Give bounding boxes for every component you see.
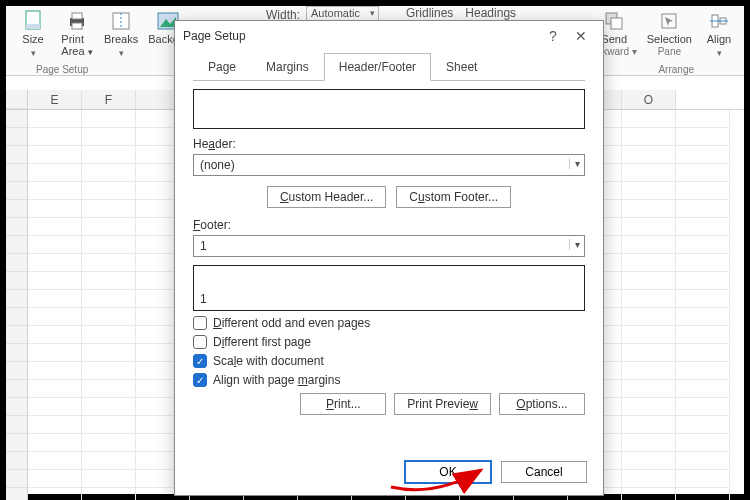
- ribbon-print-area-label: PrintArea ▾: [61, 33, 92, 57]
- ribbon-send-label: Send: [601, 33, 627, 45]
- checkbox-icon: [193, 335, 207, 349]
- breaks-icon: [110, 10, 132, 32]
- ribbon-align-label: Align: [707, 33, 731, 45]
- tab-sheet[interactable]: Sheet: [431, 53, 492, 81]
- header-dropdown[interactable]: (none): [193, 154, 585, 176]
- send-backward-icon: [603, 10, 625, 32]
- chk-label: Different odd and even pages: [213, 316, 370, 330]
- ribbon-align[interactable]: Align: [698, 8, 740, 64]
- headings-label: Headings: [465, 6, 516, 20]
- svg-rect-1: [26, 24, 40, 29]
- svg-rect-10: [611, 18, 622, 29]
- chevron-down-icon: [717, 46, 722, 58]
- chk-diff-first[interactable]: Different first page: [193, 335, 585, 349]
- header-preview: [193, 89, 585, 129]
- align-icon: [708, 10, 730, 32]
- footer-preview: 1: [193, 265, 585, 311]
- dialog-title: Page Setup: [183, 29, 539, 43]
- footer-label: Footer:: [193, 218, 585, 232]
- tab-header-footer[interactable]: Header/Footer: [324, 53, 431, 81]
- gridlines-label: Gridlines: [406, 6, 453, 20]
- checkbox-icon: ✓: [193, 373, 207, 387]
- help-button[interactable]: ?: [539, 28, 567, 44]
- footer-preview-text: 1: [200, 292, 207, 306]
- ribbon-group-arrange: Arrange: [658, 64, 694, 75]
- ribbon-size[interactable]: Size: [12, 8, 54, 64]
- ribbon-size-label: Size: [22, 33, 43, 45]
- col-header[interactable]: E: [28, 90, 82, 109]
- custom-footer-button[interactable]: Custom Footer...: [396, 186, 511, 208]
- header-label: Header:: [193, 137, 585, 151]
- page-size-icon: [22, 10, 44, 32]
- checkbox-icon: [193, 316, 207, 330]
- chk-align-margins[interactable]: ✓ Align with page margins: [193, 373, 585, 387]
- checkbox-icon: ✓: [193, 354, 207, 368]
- custom-header-button[interactable]: Custom Header...: [267, 186, 386, 208]
- close-button[interactable]: ✕: [567, 28, 595, 44]
- chk-label: Scale with document: [213, 354, 324, 368]
- ribbon-selection-pane[interactable]: Selection Pane: [643, 8, 696, 64]
- svg-rect-3: [72, 13, 82, 19]
- chevron-down-icon: [31, 46, 36, 58]
- options-button[interactable]: Options...: [499, 393, 585, 415]
- page-setup-dialog: Page Setup ? ✕ Page Margins Header/Foote…: [174, 20, 604, 496]
- ribbon-print-area[interactable]: PrintArea ▾: [56, 8, 98, 64]
- chk-diff-odd-even[interactable]: Different odd and even pages: [193, 316, 585, 330]
- chk-label: Different first page: [213, 335, 311, 349]
- ribbon-breaks-label: Breaks: [104, 33, 138, 45]
- chk-label: Align with page margins: [213, 373, 340, 387]
- ribbon-selection-label: Selection: [647, 33, 692, 45]
- print-button[interactable]: Print...: [300, 393, 386, 415]
- chevron-down-icon: [119, 46, 124, 58]
- ok-button[interactable]: OK: [405, 461, 491, 483]
- col-header[interactable]: F: [82, 90, 136, 109]
- ribbon-selection-sub: Pane: [658, 46, 681, 57]
- tab-page[interactable]: Page: [193, 53, 251, 81]
- print-preview-button[interactable]: Print Preview: [394, 393, 491, 415]
- chk-scale[interactable]: ✓ Scale with document: [193, 354, 585, 368]
- dialog-tabs: Page Margins Header/Footer Sheet: [175, 53, 603, 81]
- ribbon-view-labels: Gridlines Headings: [406, 6, 516, 20]
- ribbon-group-page-setup: Page Setup: [36, 64, 88, 75]
- dialog-titlebar: Page Setup ? ✕: [175, 21, 603, 51]
- tab-margins[interactable]: Margins: [251, 53, 324, 81]
- printer-icon: [66, 10, 88, 32]
- col-header[interactable]: O: [622, 90, 676, 109]
- selection-pane-icon: [658, 10, 680, 32]
- svg-rect-4: [72, 23, 82, 29]
- cancel-button[interactable]: Cancel: [501, 461, 587, 483]
- ribbon-breaks[interactable]: Breaks: [100, 8, 142, 64]
- footer-dropdown[interactable]: 1: [193, 235, 585, 257]
